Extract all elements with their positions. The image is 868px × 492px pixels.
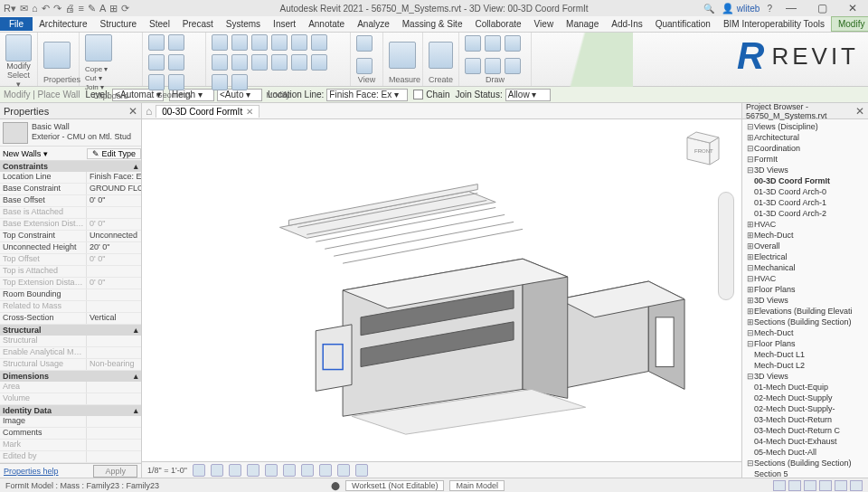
geom-tool-icon[interactable] [148, 34, 165, 51]
modify-tool-icon[interactable] [251, 54, 268, 71]
tab-bim-interop[interactable]: BIM Interoperability Tools [717, 17, 831, 31]
qat-print-icon[interactable]: 🖨 [65, 3, 75, 14]
geom-tool-icon[interactable] [168, 54, 184, 71]
view-cube[interactable]: FRONT [669, 128, 723, 183]
3d-canvas[interactable]: FRONT [142, 119, 741, 461]
create-tool-icon[interactable] [429, 42, 453, 69]
status-btn[interactable] [850, 480, 863, 491]
tree-node[interactable]: 01-3D Coord Arch-2 [744, 208, 866, 219]
tab-structure[interactable]: Structure [93, 17, 143, 31]
properties-icon[interactable] [43, 42, 71, 69]
tab-file[interactable]: File [0, 17, 33, 31]
group-select[interactable]: Select ▾ [5, 71, 32, 89]
property-row[interactable]: Base Offset0' 0" [0, 195, 141, 207]
edit-type-button[interactable]: ✎ Edit Type [87, 148, 141, 159]
tab-systems[interactable]: Systems [220, 17, 267, 31]
draw-tool-icon[interactable] [485, 35, 501, 52]
modify-tool-icon[interactable] [231, 74, 248, 90]
property-row[interactable]: Base ConstraintGROUND FLOOR [0, 184, 141, 195]
draw-tool-icon[interactable] [465, 35, 481, 52]
draw-tool-icon[interactable] [465, 58, 481, 74]
view-tab-close-icon[interactable]: ✕ [246, 107, 253, 117]
property-row[interactable]: Enable Analytical M… [0, 347, 141, 359]
tree-node[interactable]: 05-Mech Duct-All [744, 447, 866, 458]
viewctrl-icon[interactable] [301, 464, 314, 477]
tree-node[interactable]: ⊞Elevations (Building Elevati [744, 306, 866, 317]
tree-node[interactable]: Mech-Duct L1 [744, 349, 866, 360]
properties-close-icon[interactable]: ✕ [128, 105, 137, 118]
tab-precast[interactable]: Precast [176, 17, 220, 31]
geom-tool-icon[interactable] [148, 74, 165, 90]
modify-tool-icon[interactable] [311, 54, 327, 71]
user-label[interactable]: 👤 wliteb [722, 3, 760, 14]
tree-node[interactable]: Mech-Duct L2 [744, 360, 866, 371]
filter-dropdown[interactable]: New Walls ▾ [0, 149, 87, 158]
draw-tool-icon[interactable] [485, 58, 501, 74]
tab-view[interactable]: View [528, 17, 561, 31]
tree-node[interactable]: 02-Mech Duct-Supply [744, 393, 866, 403]
workset-indicator[interactable]: ⬤ [331, 481, 340, 490]
tree-node[interactable]: ⊞HVAC [744, 219, 866, 230]
viewctrl-icon[interactable] [211, 464, 223, 477]
tab-collaborate[interactable]: Collaborate [468, 17, 527, 31]
apply-button[interactable]: Apply [93, 465, 137, 478]
tree-node[interactable]: 04-Mech Duct-Exhaust [744, 436, 866, 447]
view-tool-icon[interactable] [356, 58, 373, 74]
chain-checkbox[interactable] [413, 90, 423, 99]
tree-node[interactable]: ⊞3D Views [744, 295, 866, 306]
tree-node[interactable]: 01-Mech Duct-Equip [744, 382, 866, 393]
viewctrl-icon[interactable] [283, 464, 296, 477]
modify-tool-icon[interactable] [251, 34, 268, 51]
property-row[interactable]: Location LineFinish Face: Exterior [0, 172, 141, 184]
tree-node[interactable]: 03-Mech Duct-Return C [744, 425, 866, 436]
modify-tool-icon[interactable] [5, 34, 32, 62]
property-row[interactable]: Structural [0, 336, 141, 347]
status-btn[interactable] [773, 480, 786, 491]
property-row[interactable]: Unconnected Height20' 0" [0, 242, 141, 254]
browser-close-icon[interactable]: ✕ [855, 105, 864, 118]
property-row[interactable]: Related to Mass [0, 301, 141, 313]
minimize-button[interactable]: — [779, 2, 803, 14]
home-tab-icon[interactable]: ⌂ [146, 105, 152, 118]
join-button[interactable]: Join ▾ [85, 83, 108, 91]
qat-btn[interactable]: ⊞ [109, 3, 118, 14]
qat-btn[interactable]: ⌂ [32, 3, 38, 14]
viewctrl-icon[interactable] [355, 464, 368, 477]
status-btn[interactable] [835, 480, 847, 491]
qat-btn[interactable]: ✉ [20, 3, 28, 14]
tree-node[interactable]: ⊞Overall [744, 241, 866, 251]
tree-node[interactable]: Section 5 [744, 468, 866, 478]
modify-tool-icon[interactable] [271, 34, 288, 51]
properties-help-link[interactable]: Properties help [4, 467, 59, 476]
geom-tool-icon[interactable] [168, 34, 184, 51]
type-selector[interactable]: Basic Wall Exterior - CMU on Mtl. Stud [0, 119, 141, 147]
cope-button[interactable]: Cope ▾ [85, 65, 108, 73]
tree-node[interactable]: ⊟Mechanical [744, 262, 866, 273]
viewctrl-icon[interactable] [193, 464, 205, 477]
viewctrl-icon[interactable] [265, 464, 278, 477]
property-row[interactable]: Structural UsageNon-bearing [0, 359, 141, 371]
tree-node[interactable]: ⊞Sections (Building Section) [744, 317, 866, 327]
modify-tool-icon[interactable] [231, 54, 248, 71]
tree-node[interactable]: ⊟Mech-Duct [744, 327, 866, 338]
qat-redo-icon[interactable]: ↷ [53, 3, 61, 14]
paste-icon[interactable] [85, 34, 112, 62]
cut-button[interactable]: Cut ▾ [85, 74, 108, 82]
property-row[interactable]: Base Extension Dist…0' 0" [0, 219, 141, 231]
tree-node[interactable]: ⊟Floor Plans [744, 338, 866, 349]
maximize-button[interactable]: ▢ [810, 2, 834, 14]
tree-node[interactable]: ⊞Mech-Duct [744, 230, 866, 241]
property-row[interactable]: Image [0, 416, 141, 428]
tree-node[interactable]: ⊟HVAC [744, 273, 866, 284]
tree-node[interactable]: ⊟Sections (Building Section) [744, 458, 866, 468]
tab-massing[interactable]: Massing & Site [396, 17, 469, 31]
tab-architecture[interactable]: Architecture [33, 17, 93, 31]
property-row[interactable]: Top Extension Dista…0' 0" [0, 278, 141, 289]
status-btn[interactable] [804, 480, 816, 491]
tree-node[interactable]: ⊟3D Views [744, 165, 866, 175]
model-dropdown[interactable]: Main Model [449, 480, 505, 491]
property-row[interactable]: Base is Attached [0, 207, 141, 219]
property-row[interactable]: Top Offset0' 0" [0, 254, 141, 266]
qat-btn[interactable]: ✎ [88, 3, 96, 14]
tab-quantification[interactable]: Quantification [649, 17, 717, 31]
